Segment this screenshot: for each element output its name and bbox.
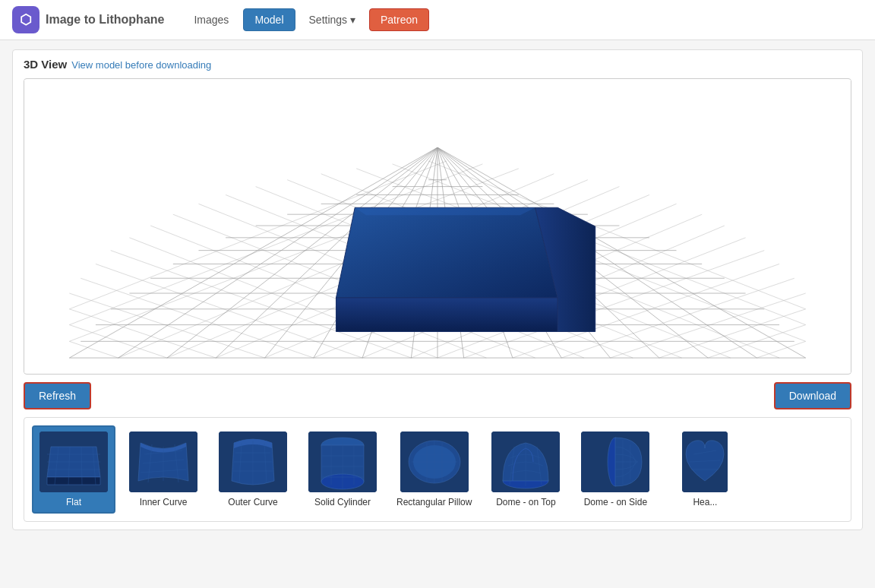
buttons-row: Refresh Download (24, 375, 851, 417)
shape-outer-curve-label: Outer Curve (228, 497, 277, 507)
shape-heart-label: Hea... (693, 497, 717, 507)
download-button[interactable]: Download (774, 382, 851, 409)
3d-scene (24, 79, 851, 374)
logo-area: ⬡ Image to Lithophane (12, 6, 164, 33)
nav-images[interactable]: Images (182, 8, 240, 31)
shape-cylinder-svg (308, 432, 377, 492)
shape-outer-curve[interactable]: Outer Curve (211, 425, 295, 514)
shape-heart-img (682, 432, 728, 492)
shape-dome-on-top-label: Dome - on Top (496, 497, 556, 507)
shape-flat-label: Flat (66, 497, 81, 507)
shape-flat-img (39, 432, 108, 492)
shape-flat[interactable]: Flat (32, 425, 115, 514)
3d-canvas[interactable] (24, 78, 851, 375)
shape-rectangular-pillow-label: Rectangular Pillow (396, 497, 472, 507)
nav: Images Model Settings ▾ Patreon (182, 8, 429, 31)
shape-rectangular-pillow-img (400, 432, 469, 492)
refresh-button[interactable]: Refresh (24, 382, 91, 409)
shape-dome-top-svg (491, 432, 560, 492)
shapes-container[interactable]: Flat (24, 417, 851, 522)
nav-patreon[interactable]: Patreon (369, 8, 429, 31)
shape-flat-svg (39, 432, 108, 492)
shape-heart-svg (682, 432, 728, 492)
shapes-row: Flat (32, 425, 843, 514)
shape-dome-on-top-img (491, 432, 560, 492)
shape-inner-curve-img (129, 432, 197, 492)
section-subtitle: View model before downloading (71, 59, 211, 71)
shape-outer-curve-img (219, 432, 287, 492)
shape-dome-on-side[interactable]: Dome - on Side (573, 425, 657, 514)
shape-dome-on-top[interactable]: Dome - on Top (484, 425, 567, 514)
shape-heart[interactable]: Hea... (663, 425, 747, 514)
svg-marker-70 (336, 298, 558, 332)
nav-settings[interactable]: Settings ▾ (299, 9, 366, 30)
shape-outer-curve-svg (219, 432, 287, 492)
section-title: 3D View (24, 58, 67, 71)
shape-inner-curve-label: Inner Curve (140, 497, 188, 507)
shape-inner-curve-svg (129, 432, 197, 492)
shape-solid-cylinder-label: Solid Cylinder (314, 497, 371, 507)
section-header: 3D View View model before downloading (24, 58, 851, 72)
shape-pillow-svg (400, 432, 469, 492)
main-content: 3D View View model before downloading (0, 40, 875, 548)
view-card: 3D View View model before downloading (12, 49, 863, 530)
shape-solid-cylinder[interactable]: Solid Cylinder (301, 425, 384, 514)
svg-marker-72 (355, 207, 535, 215)
shape-dome-on-side-img (581, 432, 649, 492)
shape-inner-curve[interactable]: Inner Curve (122, 425, 205, 514)
header: ⬡ Image to Lithophane Images Model Setti… (0, 0, 875, 40)
shape-dome-side-svg (581, 432, 649, 492)
shape-solid-cylinder-img (308, 432, 377, 492)
shape-dome-on-side-label: Dome - on Side (584, 497, 647, 507)
logo-icon: ⬡ (12, 6, 39, 33)
app-title: Image to Lithophane (46, 13, 164, 27)
nav-model[interactable]: Model (243, 8, 295, 31)
svg-marker-69 (336, 207, 558, 298)
shape-rectangular-pillow[interactable]: Rectangular Pillow (390, 425, 478, 514)
